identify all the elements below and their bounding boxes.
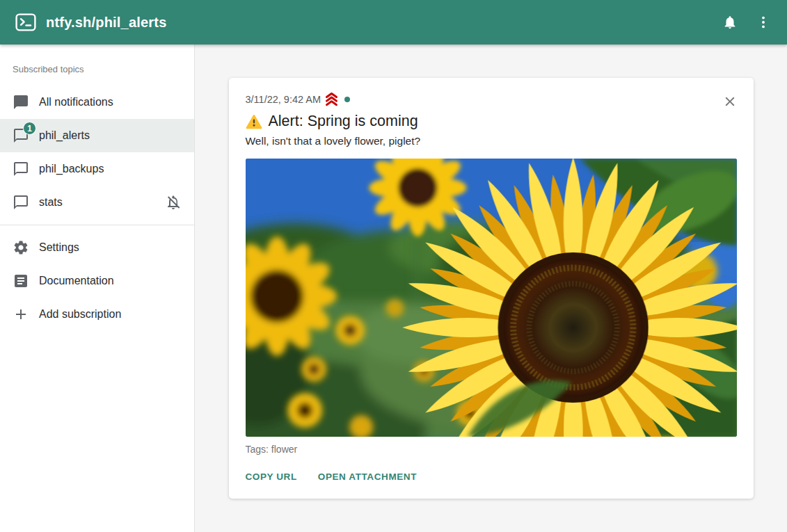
notification-meta-row: 3/11/22, 9:42 AM [246, 92, 737, 106]
sidebar: Subscribed topics All notifications 1 ph… [0, 45, 195, 532]
notification-tags: Tags: flower [246, 444, 737, 455]
notification-actions: COPY URL OPEN ATTACHMENT [246, 471, 737, 486]
bell-icon [722, 15, 738, 30]
bell-off-icon [165, 194, 182, 211]
sidebar-item-add-subscription[interactable]: Add subscription [0, 298, 194, 331]
plus-icon [13, 306, 29, 323]
subscribed-topics-label: Subscribed topics [0, 53, 194, 86]
page-title: ntfy.sh/phil_alerts [46, 15, 716, 31]
notification-title-row: Alert: Spring is coming [246, 113, 737, 130]
sidebar-item-label: phil_alerts [39, 129, 90, 142]
sidebar-item-label: phil_backups [39, 163, 104, 175]
copy-url-button[interactable]: COPY URL [246, 471, 297, 482]
kebab-menu-icon [756, 15, 771, 30]
chat-bubble-filled-icon [13, 94, 29, 111]
notification-date: 3/11/22, 9:42 AM [246, 94, 321, 105]
close-icon [722, 94, 738, 109]
sidebar-item-label: stats [39, 196, 63, 209]
article-icon [13, 273, 29, 289]
sidebar-item-phil-backups[interactable]: phil_backups [0, 152, 194, 186]
main-content: 3/11/22, 9:42 AM [195, 45, 787, 532]
sidebar-divider [0, 225, 194, 225]
sidebar-item-stats[interactable]: stats [0, 186, 194, 219]
notification-message: Well, isn't that a lovely flower, piglet… [246, 135, 737, 147]
unread-dot [344, 97, 350, 102]
notification-card: 3/11/22, 9:42 AM [229, 78, 754, 499]
sidebar-item-label: Add subscription [39, 308, 121, 321]
warning-triangle-icon [246, 113, 262, 130]
sidebar-item-label: Documentation [39, 275, 114, 287]
notification-title: Alert: Spring is coming [269, 113, 418, 130]
sidebar-item-documentation[interactable]: Documentation [0, 264, 194, 298]
terminal-logo-icon [15, 13, 36, 32]
chat-bubble-outline-icon [13, 194, 29, 211]
sidebar-item-label: All notifications [39, 96, 113, 108]
app-bar: ntfy.sh/phil_alerts [0, 0, 787, 45]
sidebar-item-label: Settings [39, 241, 79, 254]
notifications-button[interactable] [716, 8, 744, 36]
attachment-image-sunflowers[interactable] [246, 159, 737, 437]
close-notification-button[interactable] [717, 89, 742, 114]
chat-bubble-outline-icon: 1 [13, 127, 29, 144]
open-attachment-button[interactable]: OPEN ATTACHMENT [318, 471, 417, 482]
sidebar-item-settings[interactable]: Settings [0, 231, 194, 264]
unread-count-badge: 1 [23, 122, 36, 135]
page-body: Subscribed topics All notifications 1 ph… [0, 45, 787, 532]
priority-high-icon [324, 92, 339, 106]
sidebar-item-phil-alerts[interactable]: 1 phil_alerts [0, 119, 194, 152]
sidebar-item-all-notifications[interactable]: All notifications [0, 86, 194, 119]
overflow-menu-button[interactable] [749, 8, 777, 36]
gear-icon [13, 239, 29, 256]
chat-bubble-outline-icon [13, 161, 29, 177]
